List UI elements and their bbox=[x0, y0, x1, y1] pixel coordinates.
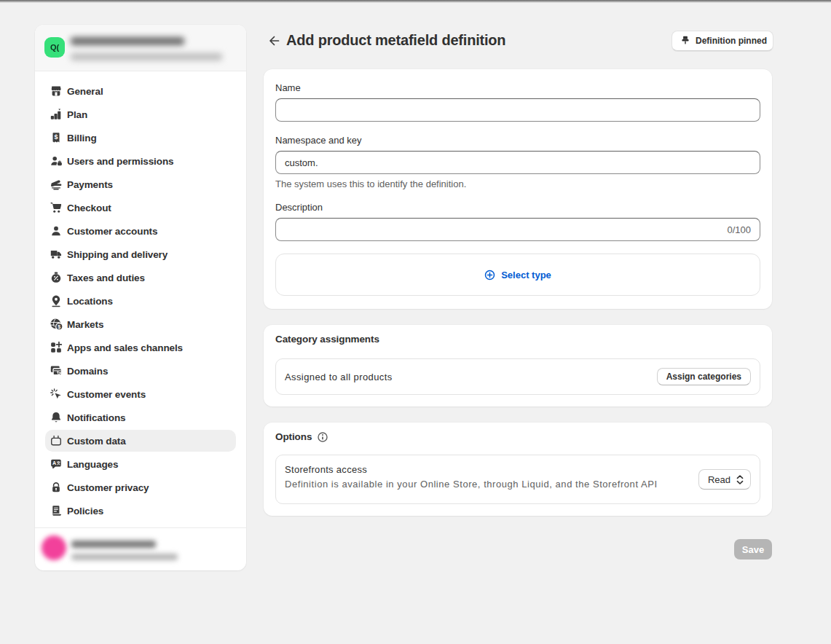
svg-text:A: A bbox=[52, 460, 56, 466]
svg-text:$: $ bbox=[58, 323, 60, 330]
svg-text:$: $ bbox=[54, 133, 58, 141]
